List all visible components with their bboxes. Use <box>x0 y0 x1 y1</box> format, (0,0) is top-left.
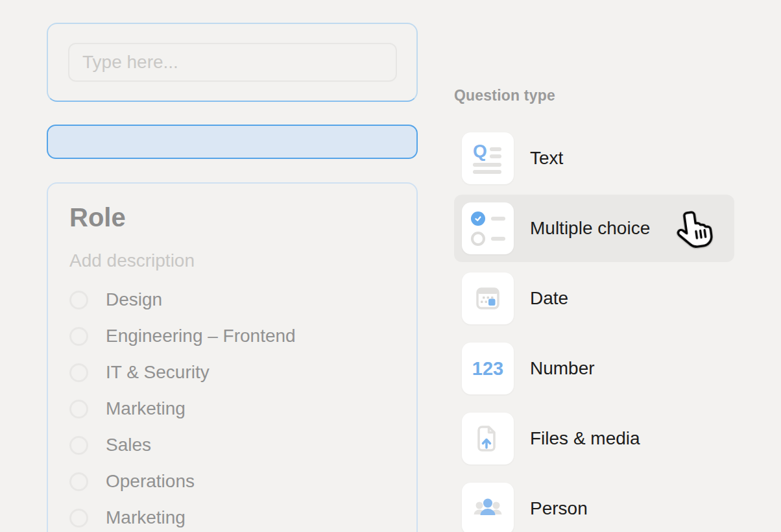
file-upload-icon-tile <box>462 413 514 465</box>
radio-button-icon[interactable] <box>69 436 88 455</box>
question-type-item-text[interactable]: Q Text <box>454 125 734 192</box>
choice-option-row: Marketing <box>69 500 395 532</box>
option-label: Engineering – Frontend <box>106 326 296 346</box>
question-text-input[interactable] <box>68 43 397 82</box>
radio-button-icon[interactable] <box>69 363 88 382</box>
radio-button-icon[interactable] <box>69 509 88 527</box>
multiple-choice-icon-tile <box>462 202 514 254</box>
file-upload-icon <box>472 423 503 454</box>
option-label: Design <box>106 289 162 310</box>
option-label: Marketing <box>106 398 186 419</box>
question-type-heading: Question type <box>454 86 737 104</box>
choice-option-row: IT & Security <box>69 354 395 391</box>
question-type-item-files-media[interactable]: Files & media <box>454 405 734 472</box>
question-type-label: Number <box>530 358 595 379</box>
radio-button-icon[interactable] <box>69 472 88 491</box>
question-type-item-multiple-choice[interactable]: Multiple choice <box>454 195 734 262</box>
question-type-label: Person <box>530 498 588 519</box>
choice-option-row: Operations <box>69 463 395 500</box>
choice-option-row: Engineering – Frontend <box>69 318 395 354</box>
calendar-icon-tile <box>462 272 514 324</box>
option-label: Operations <box>106 471 195 492</box>
question-type-label: Text <box>530 148 563 169</box>
choice-option-row: Design <box>69 282 395 318</box>
question-title[interactable]: Role <box>69 202 395 233</box>
role-question-card[interactable]: Role Add description Design Engineering … <box>47 182 418 532</box>
text-question-icon-tile: Q <box>462 132 514 184</box>
radio-button-icon[interactable] <box>69 400 88 418</box>
question-type-item-date[interactable]: Date <box>454 265 734 332</box>
person-icon <box>472 493 503 524</box>
person-icon-tile <box>462 483 514 532</box>
question-type-panel: Question type Q Text <box>454 86 737 532</box>
text-question-icon: Q <box>472 143 503 174</box>
question-type-label: Files & media <box>530 428 640 449</box>
unchecked-radio-icon <box>471 232 485 246</box>
question-type-item-person[interactable]: Person <box>454 475 734 532</box>
q-glyph: Q <box>473 141 487 162</box>
question-type-label: Date <box>530 288 568 309</box>
question-type-item-number[interactable]: 123 Number <box>454 335 734 402</box>
number-123-icon: 123 <box>472 358 503 380</box>
question-block-card[interactable] <box>47 23 418 102</box>
option-label: Sales <box>106 435 151 455</box>
question-type-list: Q Text <box>454 125 737 532</box>
option-label: Marketing <box>106 507 186 528</box>
question-type-label: Multiple choice <box>530 218 650 239</box>
checked-radio-icon <box>471 212 485 226</box>
calendar-icon <box>472 283 503 314</box>
number-123-icon-tile: 123 <box>462 343 514 394</box>
radio-button-icon[interactable] <box>69 327 88 346</box>
choice-option-row: Marketing <box>69 391 395 427</box>
multiple-choice-icon <box>471 212 505 246</box>
form-builder-screen: Role Add description Design Engineering … <box>0 0 781 532</box>
question-description-placeholder[interactable]: Add description <box>69 250 395 272</box>
choice-options-list: Design Engineering – Frontend IT & Secur… <box>69 282 395 532</box>
radio-button-icon[interactable] <box>69 291 88 309</box>
selected-empty-block[interactable] <box>47 125 418 159</box>
option-label: IT & Security <box>106 362 210 383</box>
choice-option-row: Sales <box>69 427 395 463</box>
